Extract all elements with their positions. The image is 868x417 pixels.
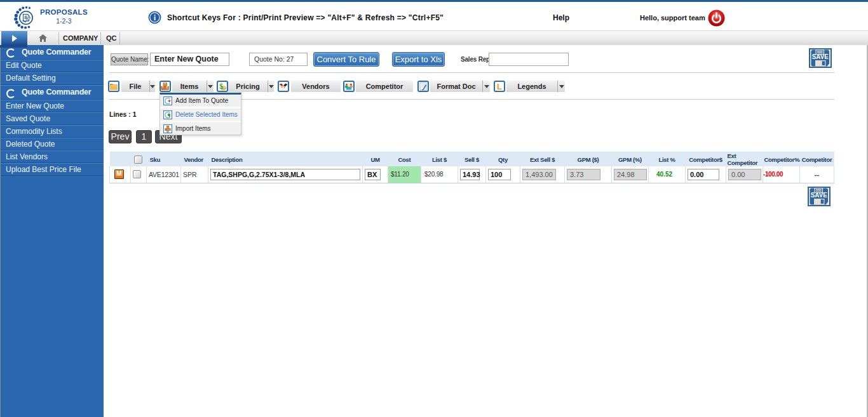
svg-text:SAVE: SAVE: [812, 53, 829, 60]
svg-text:SAVE: SAVE: [811, 192, 827, 199]
svg-text:L: L: [497, 82, 502, 91]
svg-text:$: $: [219, 82, 223, 91]
svg-text:i: i: [154, 13, 156, 22]
